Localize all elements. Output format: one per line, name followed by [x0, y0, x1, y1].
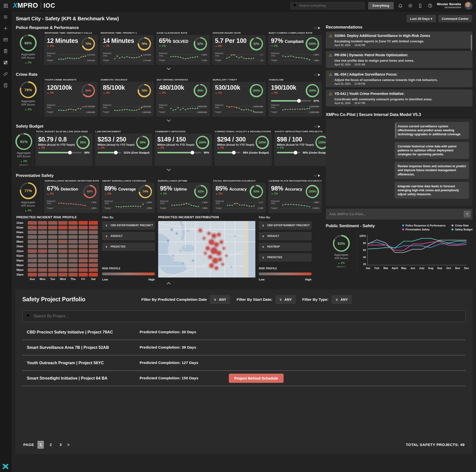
filter-dropdown[interactable]: ∨CBD ENTERTAINMENT PRECINCT	[259, 222, 311, 229]
apps-grid-icon[interactable]	[2, 2, 9, 9]
search-scope-button[interactable]: Everything	[368, 2, 394, 9]
user-info[interactable]: Wouter Beneke DESIGNUSER	[437, 2, 461, 9]
collapse-section-chevron-icon[interactable]	[167, 167, 171, 171]
heatmap-cell	[48, 268, 57, 272]
copilot-suggestion[interactable]: Assess current surveillance system effec…	[395, 122, 469, 139]
kpi-card[interactable]: SAFETY INFRASTRUCTURE PROJECTS$98 / 100M…	[274, 130, 331, 166]
kpi-card[interactable]: TOTAL BUDGET $2.93 BILLION (2024-2025)$0…	[35, 130, 92, 166]
next-page-button[interactable]: >	[67, 443, 69, 447]
filter-dropdown[interactable]: ∨CBD ENTERTAINMENT PRECINCT	[102, 222, 155, 229]
tiles-icon[interactable]	[3, 59, 9, 65]
kpi-card[interactable]: CORRECTIONAL FACILITY & REHABILITATION$2…	[214, 130, 272, 166]
kpi-gauge: 100%	[250, 84, 263, 97]
project-search-input[interactable]	[33, 314, 462, 318]
heatmap-cell	[89, 245, 98, 248]
svg-text:Aug: Aug	[428, 267, 433, 270]
kpi-card[interactable]: SURVEILLANCE UPTIME95% Uptime▼ 1%82%Nati…	[157, 179, 210, 213]
project-row[interactable]: Youth Outreach Program | Project 56YCPre…	[22, 356, 466, 371]
page-number-button[interactable]: 2	[47, 441, 54, 449]
copilot-suggestion[interactable]: Integrate real-time data feeds to foreca…	[395, 182, 469, 199]
kpi-card[interactable]: DUI / DRIVING OFFENCES480/100k▲ 3%95%Nat…	[156, 78, 210, 117]
recommendation-date: April 01, 2024	[334, 102, 350, 105]
page-number-button[interactable]: 1	[37, 441, 44, 449]
command-center-button[interactable]: Command Center	[438, 15, 472, 22]
portfolio-filter-dropdown[interactable]: ∨ANY	[331, 295, 352, 304]
recommendation-item[interactable]: ML-034 | Adaptive Surveillance Focus:Adj…	[326, 70, 473, 87]
scrollbar[interactable]	[471, 35, 472, 51]
menu-icon[interactable]	[3, 14, 9, 20]
copilot-suggestion[interactable]: Correlate historical crime data with pat…	[395, 142, 469, 159]
kpi-card[interactable]: YOUTH CRIME INCIDENTS120/100k▲ 3%65%Nati…	[44, 78, 98, 117]
kpi-slider[interactable]: 101% (Over Budget)	[98, 151, 149, 154]
link-icon[interactable]	[3, 71, 9, 77]
calculator-icon[interactable]	[3, 82, 9, 88]
kpi-card[interactable]: LICENSE PLATE RECOGNITION ACCURACY98% Ac…	[268, 179, 322, 213]
section-pager[interactable]: ◁ ▶	[314, 73, 321, 76]
kpi-card[interactable]: RESPONSE TIME: PRIORITY 114 Minutes▲ 2%7…	[100, 31, 154, 65]
kpi-value: 98% Accuracy	[271, 185, 302, 192]
filter-dropdown[interactable]: ∨PREDICTED	[259, 253, 311, 261]
section-pager[interactable]: ◁ ▶	[314, 26, 321, 29]
plus-icon[interactable]	[3, 25, 9, 31]
portfolio-filter-dropdown[interactable]: ∨ANY	[275, 295, 296, 304]
section-pager[interactable]: ◁ ▶	[314, 125, 321, 128]
collapse-section-chevron-icon[interactable]	[167, 282, 171, 286]
kpi-gauge: 76%	[138, 37, 151, 51]
copilot-suggestion[interactable]: Review response times and outcomes to pr…	[395, 162, 469, 179]
kpi-card[interactable]: LAW ENFORCEMENT$253 / 250Million (Actual…	[95, 130, 152, 166]
copilot-input[interactable]	[329, 212, 464, 216]
kpi-card[interactable]: BODY CAMERA COMPLIANCE RATE97% Compliant…	[268, 31, 322, 65]
gear-icon[interactable]	[407, 2, 414, 9]
filter-dropdown[interactable]: ∨PREDICTED	[102, 243, 155, 251]
project-row[interactable]: CBD Precinct Safety Initiative | Project…	[22, 325, 466, 340]
kpi-value: $253 / 250	[98, 136, 135, 143]
recommendation-item[interactable]: PR-056 | Dynamic Patrol Route Optimizati…	[326, 51, 473, 68]
help-icon[interactable]	[427, 2, 433, 9]
scrollbar[interactable]	[395, 123, 396, 138]
search-input[interactable]	[299, 4, 362, 7]
kpi-card[interactable]: BURGLARY / THEFT530/100k▲ 1%100%National…	[212, 78, 266, 117]
recommendation-item[interactable]: YD-041 | Youth Crime Prevention Initiati…	[326, 89, 473, 107]
recommendation-item[interactable]: SS084- Deploy Additional Surveillance in…	[326, 31, 473, 49]
heatmap-cell	[58, 259, 67, 262]
heatmap-cell	[89, 226, 98, 229]
kpi-card[interactable]: SMART SURVEILLANCE COVERAGE89% Coverage▲…	[102, 179, 155, 213]
sparkline	[114, 51, 143, 63]
kpi-card[interactable]: CASE CLEARANCE RATE65% SOLVED▼ 1%82%Nati…	[156, 31, 210, 65]
kpi-card[interactable]: SURVEILLANCE INCIDENT DETECTION RATE67% …	[44, 179, 99, 213]
incident-map[interactable]	[158, 221, 255, 278]
send-button[interactable]	[464, 211, 471, 218]
bell-icon[interactable]	[397, 2, 404, 9]
global-search[interactable]: fill="none" stroke="currentColor" stroke…	[290, 2, 365, 9]
behind-schedule-badge[interactable]: Project Behind Schedule	[229, 374, 284, 383]
kpi-slider[interactable]: 87%	[271, 99, 319, 102]
avatar[interactable]	[465, 2, 473, 10]
kpi-gauge: 69%	[83, 185, 96, 198]
project-row[interactable]: Smart Surveillance Area 7B | Project 52A…	[22, 340, 466, 356]
collapse-section-chevron-icon[interactable]	[167, 118, 171, 122]
kpi-card[interactable]: OFFICER INJURY RATE5.7 Per 100▲ 3%92%Nat…	[212, 31, 266, 65]
kpi-card[interactable]: VANDALISM190/100k▲ 3%100%87%NationalAVG|…	[268, 78, 322, 117]
project-row[interactable]: Smart Streetlight Initiative | Project 6…	[22, 371, 466, 386]
kpi-card[interactable]: FACIAL RECOGNITION ACCURACY85% Accuracy▲…	[213, 179, 266, 213]
filter-dropdown[interactable]: ∨ASSAULT	[102, 232, 155, 240]
kpi-slider[interactable]: 98% (Under Budget)	[217, 151, 269, 154]
window-icon[interactable]	[3, 37, 9, 43]
section-pager[interactable]: ◁ ▶	[314, 174, 321, 177]
date-range-button[interactable]: Last 28 Days ▾	[407, 15, 436, 22]
delta-indicator: ▲ 1%	[338, 261, 345, 264]
kpi-card[interactable]: DOMESTIC VIOLENCE85/100k▲ 3%78%NationalA…	[100, 78, 154, 117]
filter-dropdown[interactable]: ∨ASSAULT	[259, 232, 311, 240]
clipboard-icon[interactable]	[3, 48, 9, 54]
kpi-card[interactable]: COMMUNITY INITIATIVES$149 / 150Million (…	[155, 130, 212, 166]
filter-dropdown[interactable]: ∨HEATMAP	[259, 243, 311, 251]
kpi-slider[interactable]: 98%	[38, 151, 90, 154]
page-number-button[interactable]: 3	[57, 441, 64, 449]
kpi-card[interactable]: RESPONSE TIME: EMERGENCY CALLS12 Minutes…	[44, 31, 98, 65]
kpi-slider[interactable]: 98% (Under Budget)	[277, 151, 329, 154]
project-search[interactable]: fill="none" stroke="currentColor" stroke…	[22, 310, 466, 322]
mobile-icon[interactable]	[417, 2, 423, 9]
portfolio-filter-dropdown[interactable]: ∨ANY	[210, 295, 230, 304]
kpi-slider[interactable]: 99%	[157, 151, 209, 154]
collapse-section-chevron-icon[interactable]	[167, 66, 171, 70]
